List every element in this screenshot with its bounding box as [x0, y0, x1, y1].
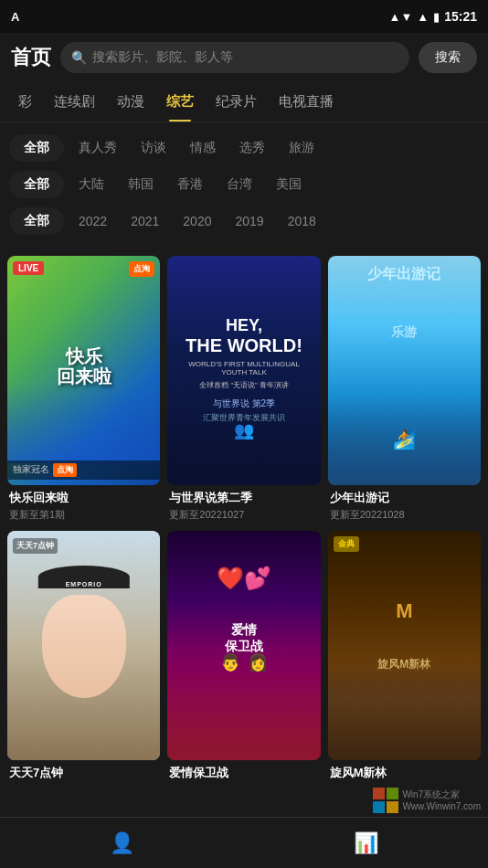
filter-tag-fangtan[interactable]: 访谈 — [132, 134, 175, 162]
bottom-nav: 👤 📊 — [0, 817, 488, 868]
search-bar[interactable]: 🔍 搜索影片、影院、影人等 — [60, 42, 409, 73]
filter-tag-zhenrenxiu[interactable]: 真人秀 — [69, 134, 126, 162]
filter-tag-meiguo[interactable]: 美国 — [267, 171, 311, 198]
filter-tag-xuanxiu[interactable]: 选秀 — [230, 134, 274, 162]
tab-lianxuju[interactable]: 连续剧 — [43, 82, 106, 122]
card4-weekday-badge: 天天7点钟 — [13, 538, 58, 554]
card1-subtitle: 更新至第1期 — [9, 508, 158, 522]
card-kuaile[interactable]: LIVE 点淘 快乐回来啦 独家冠名 点淘 快乐回来啦 更新至第1期 — [7, 256, 160, 524]
tab-jilupian[interactable]: 纪录片 — [205, 82, 268, 122]
card6-title: 旋风M新林 — [330, 765, 479, 781]
card-xuanfeng[interactable]: 金典 M 旋风M新林 舞台纯享版 旋风M新林 — [328, 531, 481, 785]
live-badge: LIVE — [13, 261, 44, 275]
svg-rect-3 — [387, 801, 398, 813]
card-aiqing[interactable]: ❤️💕 爱情 保卫战 👨 👩 爱情保卫战 — [167, 531, 320, 785]
card1-sponsor: 独家冠名 点淘 — [7, 460, 160, 480]
tab-dongman[interactable]: 动漫 — [106, 82, 155, 122]
filter-tag-2022[interactable]: 2022 — [69, 208, 116, 234]
card2-subtitle: 更新至20221027 — [169, 508, 318, 522]
status-time: 15:21 — [444, 9, 477, 24]
card5-persons: 👨 👩 — [167, 645, 320, 759]
card2-hey: HEY, — [226, 317, 262, 335]
card3-subtitle-text: 乐游 — [328, 324, 481, 341]
filter-tag-qinggan[interactable]: 情感 — [181, 134, 225, 162]
filter-all-region[interactable]: 全部 — [9, 171, 64, 198]
card5-title: 爱情保卫战 — [169, 765, 318, 781]
sponsor-logo: 点淘 — [53, 463, 77, 477]
filter-all-year[interactable]: 全部 — [9, 207, 64, 235]
nav-item-stats[interactable]: 📊 — [335, 826, 397, 861]
card-chuyouji[interactable]: 少年出游记 乐游 🏄 少年出游记 更新至20221028 — [328, 256, 481, 524]
search-button[interactable]: 搜索 — [419, 42, 477, 73]
win7-logo — [373, 788, 398, 813]
svg-rect-2 — [373, 801, 385, 813]
stats-icon: 📊 — [354, 831, 378, 855]
card2-world: THE WORLD! — [186, 335, 302, 356]
card3-title-text: 少年出游记 — [328, 265, 481, 284]
card6-persons — [328, 657, 481, 760]
card4-title: 天天7点钟 — [9, 765, 158, 781]
svg-rect-0 — [373, 788, 385, 799]
sponsor-label: 独家冠名 — [13, 463, 49, 476]
watermark-line1: Win7系统之家 — [402, 789, 481, 800]
card2-sub2: 全球首档 "无语说" 青年演讲 — [199, 380, 289, 390]
category-tabs: 彩 连续剧 动漫 综艺 纪录片 电视直播 — [0, 82, 488, 122]
watermark-line2: Www.Winwin7.com — [402, 800, 481, 812]
filter-tag-xianggang[interactable]: 香港 — [168, 171, 212, 198]
filter-tag-2018[interactable]: 2018 — [279, 208, 325, 234]
wifi-icon: ▲ — [417, 10, 429, 24]
card5-info: 爱情保卫战 — [167, 760, 320, 785]
card3-title: 少年出游记 — [330, 490, 479, 506]
card1-info: 快乐回来啦 更新至第1期 — [7, 485, 160, 524]
content-grid: LIVE 点淘 快乐回来啦 独家冠名 点淘 快乐回来啦 更新至第1期 HEY, — [0, 247, 488, 794]
tab-tv-live[interactable]: 电视直播 — [268, 82, 345, 122]
filter-section: 全部 真人秀 访谈 情感 选秀 旅游 全部 大陆 韩国 香港 台湾 美国 全部 … — [0, 122, 488, 247]
watermark: Win7系统之家 Www.Winwin7.com — [373, 788, 481, 813]
tab-zongyi[interactable]: 综艺 — [155, 82, 205, 122]
card-tiantiandian[interactable]: 天天7点钟 EMPORIO 天天7点钟 — [7, 531, 160, 785]
card6-badge: 金典 — [334, 536, 359, 552]
status-right: ▲▼ ▲ ▮ 15:21 — [389, 9, 477, 24]
card-shijie[interactable]: HEY, THE WORLD! WORLD'S FIRST MULTILINGU… — [167, 256, 320, 524]
filter-tag-taiwan[interactable]: 台湾 — [217, 171, 261, 198]
card2-info: 与世界说第二季 更新至20221027 — [167, 485, 320, 524]
tab-cai[interactable]: 彩 — [7, 82, 43, 122]
battery-icon: ▮ — [433, 10, 440, 24]
page-title: 首页 — [11, 44, 51, 71]
card2-sub3: 与世界说 第2季 — [213, 397, 275, 410]
filter-all-genre[interactable]: 全部 — [9, 134, 64, 162]
card3-info: 少年出游记 更新至20221028 — [328, 485, 481, 524]
card2-sub1: WORLD'S FIRST MULTILINGUAL YOUTH TALK — [175, 360, 313, 376]
user-icon: 👤 — [110, 831, 134, 855]
watermark-text: Win7系统之家 Www.Winwin7.com — [402, 789, 481, 812]
card2-bottom: 👥 — [167, 417, 320, 485]
filter-tag-lvyou[interactable]: 旅游 — [280, 134, 324, 162]
card3-persons: 🏄 — [328, 429, 481, 450]
card1-title: 快乐回来啦 — [9, 490, 158, 506]
card4-face — [42, 595, 126, 698]
filter-row-genre: 全部 真人秀 访谈 情感 选秀 旅游 — [0, 130, 488, 166]
card2-title: 与世界说第二季 — [169, 490, 318, 506]
card1-title-text: 快乐回来啦 — [57, 346, 111, 386]
filter-row-region: 全部 大陆 韩国 香港 台湾 美国 — [0, 166, 488, 203]
app-icon-label: A — [11, 10, 19, 24]
card5-hearts: ❤️💕 — [167, 566, 320, 591]
svg-rect-1 — [387, 788, 398, 799]
status-left: A — [11, 10, 19, 24]
search-placeholder: 搜索影片、影院、影人等 — [92, 49, 233, 66]
filter-row-year: 全部 2022 2021 2020 2019 2018 — [0, 203, 488, 239]
filter-tag-hanguo[interactable]: 韩国 — [119, 171, 163, 198]
card4-brand: EMPORIO — [66, 581, 102, 587]
filter-tag-dalu[interactable]: 大陆 — [69, 171, 113, 198]
card6-info: 旋风M新林 — [328, 760, 481, 785]
search-icon: 🔍 — [71, 50, 87, 65]
card6-logo: M — [396, 599, 412, 623]
filter-tag-2021[interactable]: 2021 — [122, 208, 168, 234]
nav-item-user[interactable]: 👤 — [91, 826, 153, 861]
filter-tag-2020[interactable]: 2020 — [174, 208, 220, 234]
header: 首页 🔍 搜索影片、影院、影人等 搜索 — [0, 33, 488, 82]
taobao-badge: 点淘 — [129, 261, 154, 277]
filter-tag-2019[interactable]: 2019 — [226, 208, 272, 234]
card4-info: 天天7点钟 — [7, 760, 160, 785]
card3-subtitle: 更新至20221028 — [330, 508, 479, 522]
